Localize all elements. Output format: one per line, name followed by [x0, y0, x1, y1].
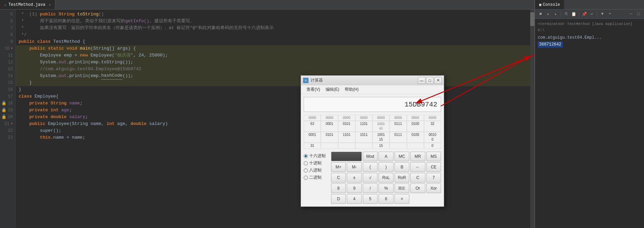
scrollbar-thumb[interactable]: [530, 12, 534, 26]
minimize-button[interactable]: —: [628, 11, 634, 17]
line-13: 13: [1, 66, 13, 73]
calc-6-btn[interactable]: 6: [379, 194, 393, 204]
calc-mr-btn[interactable]: MR: [410, 152, 425, 161]
line-12: 12: [1, 59, 13, 66]
maximize-button[interactable]: □: [635, 11, 642, 17]
bin-cell: [407, 143, 424, 149]
calc-pct-btn[interactable]: %: [379, 183, 393, 193]
calc-4-btn[interactable]: 4: [347, 194, 361, 204]
line-10: 10▾: [1, 45, 13, 52]
bin-cell: [321, 143, 338, 149]
bin-cell: 0000: [407, 115, 424, 121]
calc-title-left: ≡ 计算器: [303, 77, 323, 83]
calc-9-btn[interactable]: 9: [347, 183, 361, 193]
radio-bin[interactable]: 二进制: [304, 175, 331, 180]
line-7: 7: [1, 25, 13, 31]
calc-menu-edit[interactable]: 编辑(E): [323, 86, 342, 93]
close-tab-icon[interactable]: ✕: [49, 3, 51, 7]
stop-button[interactable]: ■: [537, 11, 544, 17]
scroll-button[interactable]: ▼: [599, 11, 606, 17]
radio-oct[interactable]: 八进制: [304, 167, 331, 173]
calc-mod-btn[interactable]: Mod: [363, 152, 378, 161]
close-button[interactable]: ✕: [545, 11, 551, 17]
bin-cell: 0000: [338, 115, 355, 121]
bin-cell: 0100: [407, 132, 424, 143]
code-line-15: }: [16, 79, 530, 86]
code-line-16: }: [16, 86, 530, 93]
calc-menu-view[interactable]: 查看(V): [304, 86, 323, 93]
editor-tab-testmethod[interactable]: ☕ TestMethod.java ✕: [0, 0, 55, 9]
console-output-line2: 366712642: [538, 41, 641, 48]
radio-hex[interactable]: 十六进制: [304, 153, 331, 159]
pin-button[interactable]: 📌: [581, 11, 588, 17]
java-file-icon: ☕: [4, 2, 6, 7]
wrap-button[interactable]: ↩: [588, 11, 595, 17]
calc-mminus-btn[interactable]: M-: [347, 162, 361, 172]
line-15: 15: [1, 79, 13, 86]
calc-empty-btn[interactable]: [331, 152, 362, 161]
code-line-22: super();: [16, 127, 530, 134]
console-tab-icon: ▣: [539, 2, 542, 7]
calc-8-btn[interactable]: 8: [331, 183, 346, 193]
code-line-17: class Employee{: [16, 93, 530, 100]
code-content[interactable]: * (1) public String toString() * 用于返回对象的…: [16, 10, 530, 228]
bin-cell: 0: [424, 143, 441, 149]
calc-menubar: 查看(V) 编辑(E) 帮助(H): [301, 85, 444, 94]
calc-ror-btn[interactable]: RoR: [395, 173, 409, 182]
bin-cell: 32: [424, 121, 441, 132]
bin-cell: 1101: [355, 121, 372, 132]
calc-mul-btn[interactable]: ×: [395, 194, 409, 204]
calc-close-button[interactable]: ✕: [434, 77, 442, 84]
calc-icon: ≡: [303, 78, 309, 83]
calc-minimize-button[interactable]: —: [418, 77, 425, 84]
line-numbers: 5 6 7 8 9 10▾ 11 12 13 14 15 16 17 🔒18 🔒…: [0, 10, 16, 228]
calc-fixed-btn[interactable]: 固定: [395, 183, 409, 193]
calc-c2-btn[interactable]: C: [410, 173, 425, 182]
console-panel: ▣ Console ■ ✕ ✦ ⎘ 📋 📌 ↩ ▼ + — □ <termina…: [535, 0, 644, 228]
calc-plusminus-btn[interactable]: ±: [347, 173, 361, 182]
calc-7-btn[interactable]: 7: [426, 173, 441, 182]
calc-lparen-btn[interactable]: (: [363, 162, 378, 172]
calc-display: 15DB9742: [304, 97, 441, 112]
editor-tab-bar: ☕ TestMethod.java ✕: [0, 0, 534, 10]
calc-mc-btn[interactable]: MC: [395, 152, 409, 161]
code-line-13: //com.atguigu.test04.Employee@15db9742: [16, 66, 530, 73]
bin-cell: 0000: [321, 115, 338, 121]
calc-5-btn[interactable]: 5: [363, 194, 378, 204]
clear-button[interactable]: ✦: [552, 11, 559, 17]
calc-mplus-btn[interactable]: M+: [331, 162, 346, 172]
calc-rol-btn[interactable]: RoL: [379, 173, 393, 182]
console-highlighted-value: 366712642: [538, 41, 563, 48]
paste-button[interactable]: 📋: [570, 11, 577, 17]
code-line-6: * 用于返回对象的信息, 类似于我们原来写的getInfo(), 建议所有子类重…: [16, 18, 530, 25]
line-8: 8: [1, 31, 13, 38]
calc-or-btn[interactable]: Or: [410, 183, 425, 193]
calc-ce-btn[interactable]: CE: [426, 162, 441, 172]
calc-div-btn[interactable]: /: [363, 183, 378, 193]
calc-sqrt-btn[interactable]: √: [363, 173, 378, 182]
calc-back-btn[interactable]: ←: [410, 162, 425, 172]
new-button[interactable]: +: [606, 11, 613, 17]
calc-d-btn[interactable]: D: [331, 194, 346, 204]
radio-dec[interactable]: 十进制: [304, 160, 331, 166]
calc-c-btn[interactable]: C: [331, 173, 346, 182]
bin-cell: 0000: [372, 115, 389, 121]
code-line-9: public class TestMethod {: [16, 38, 530, 45]
line-16: 16: [1, 86, 13, 93]
calc-b-btn[interactable]: B: [395, 162, 409, 172]
calc-buttons: Mod A MC MR MS M+ M- ( ) B ← CE C ± √ Ro…: [331, 152, 441, 204]
calc-titlebar: ≡ 计算器 — □ ✕: [301, 76, 444, 85]
calc-ms-btn[interactable]: MS: [426, 152, 441, 161]
code-line-11: Employee emp = new Employee("杨洪强", 24, 2…: [16, 52, 530, 59]
calc-menu-help[interactable]: 帮助(H): [342, 86, 361, 93]
vertical-scrollbar[interactable]: [530, 10, 534, 228]
copy-button[interactable]: ⎘: [563, 11, 570, 17]
bin-cell: 31: [304, 143, 321, 149]
calc-xor-btn[interactable]: Xor: [426, 183, 441, 193]
toolbar-separator-2: [579, 11, 579, 17]
calc-rparen-btn[interactable]: ): [379, 162, 393, 172]
console-tab[interactable]: ▣ Console: [535, 0, 564, 9]
calc-maximize-button[interactable]: □: [426, 77, 434, 84]
calc-a-btn[interactable]: A: [379, 152, 393, 161]
line-21: 21▾: [1, 121, 13, 127]
